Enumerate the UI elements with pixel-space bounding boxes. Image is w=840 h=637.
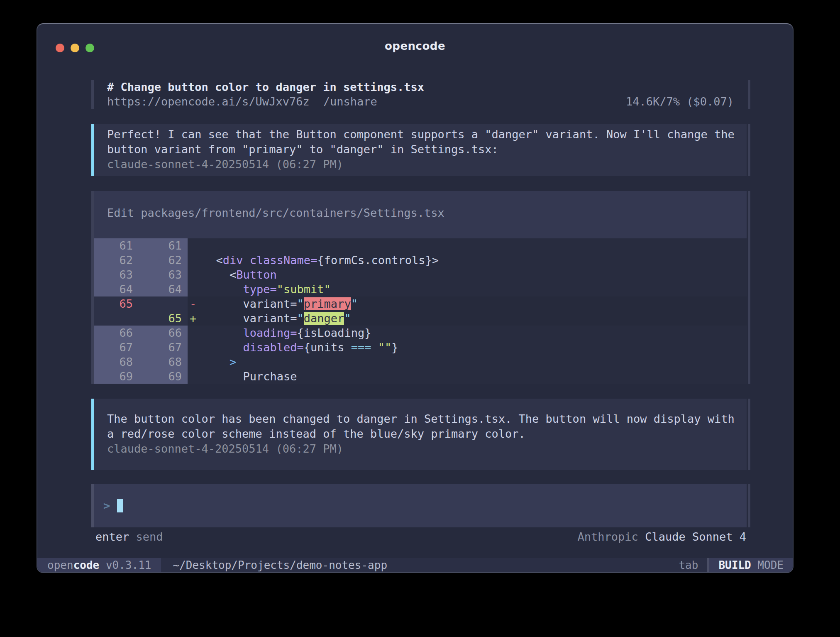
session-title: # Change button color to danger in setti… <box>107 80 424 94</box>
traffic-lights <box>56 44 94 52</box>
diff-change-marker: + <box>188 311 198 326</box>
diff-change-marker <box>188 369 198 384</box>
minimize-button-icon[interactable] <box>71 44 79 52</box>
diff-code-line: type="submit" <box>198 282 747 296</box>
app-name-open: open <box>47 559 73 571</box>
diff-new-line-number: 61 <box>139 238 188 253</box>
working-directory: ~/Desktop/Projects/demo-notes-app <box>173 558 387 572</box>
diff-new-line-number: 63 <box>139 267 188 282</box>
diff-view: 61616262 <div className={formCs.controls… <box>94 238 747 384</box>
diff-change-marker <box>188 267 198 282</box>
unshare-command[interactable]: /unshare <box>323 94 377 109</box>
diff-row: 65- variant="primary" <box>94 296 747 311</box>
diff-row: 6969 Purchase <box>94 369 747 384</box>
share-right-border <box>748 80 750 109</box>
message-text-line: The button color has been changed to dan… <box>107 412 734 426</box>
provider-label: Anthropic <box>578 530 638 543</box>
edit-right-border <box>748 191 750 384</box>
edit-file-path: Edit packages/frontend/src/containers/Se… <box>94 191 747 238</box>
prompt-symbol: > <box>103 499 110 512</box>
diff-code-line: variant="primary" <box>198 296 747 311</box>
diff-code-line: Purchase <box>198 369 747 384</box>
diff-old-line-number <box>94 311 139 326</box>
app-version: v0.3.11 <box>99 559 151 571</box>
share-header: # Change button color to danger in setti… <box>91 80 750 109</box>
diff-row: 6262 <div className={formCs.controls}> <box>94 253 747 267</box>
status-bar: opencode v0.3.11 ~/Desktop/Projects/demo… <box>37 558 793 572</box>
message-model-timestamp: claude-sonnet-4-20250514 (06:27 PM) <box>107 441 734 456</box>
tab-key-hint: tab <box>679 558 698 572</box>
message-right-border <box>748 399 750 470</box>
app-window: opencode # Change button color to danger… <box>37 23 794 573</box>
mode-toggle-chip[interactable]: BUILD MODE <box>709 558 793 572</box>
diff-old-line-number: 64 <box>94 282 139 296</box>
diff-new-line-number: 66 <box>139 326 188 340</box>
diff-new-line-number: 65 <box>139 311 188 326</box>
diff-change-marker <box>188 326 198 340</box>
mode-name: BUILD <box>718 559 751 571</box>
diff-change-marker: - <box>188 296 198 311</box>
hint-row: enter send Anthropic Claude Sonnet 4 <box>91 529 750 544</box>
diff-change-marker <box>188 340 198 355</box>
close-button-icon[interactable] <box>56 44 64 52</box>
diff-code-line <box>198 238 747 253</box>
token-cost-stats: 14.6K/7% ($0.07) <box>626 94 734 109</box>
diff-change-marker <box>188 238 198 253</box>
message-accent-bar <box>91 399 94 470</box>
send-hint-label: send <box>136 529 163 544</box>
diff-code-line: <div className={formCs.controls}> <box>198 253 747 267</box>
diff-new-line-number: 68 <box>139 355 188 369</box>
diff-row: 6767 disabled={units === ""} <box>94 340 747 355</box>
prompt-editor: > <box>91 484 750 527</box>
message-text-line: button variant from "primary" to "danger… <box>107 142 734 157</box>
diff-old-line-number: 65 <box>94 296 139 311</box>
diff-code-line: > <box>198 355 747 369</box>
message-text-line: Perfect! I can see that the Button compo… <box>107 127 734 142</box>
diff-code-line: disabled={units === ""} <box>198 340 747 355</box>
input-left-border <box>91 484 94 527</box>
diff-old-line-number: 61 <box>94 238 139 253</box>
message-text-line: a red/rose color scheme instead of the b… <box>107 426 734 441</box>
diff-old-line-number: 63 <box>94 267 139 282</box>
input-right-border <box>748 484 750 527</box>
diff-change-marker <box>188 253 198 267</box>
diff-row: 6363 <Button <box>94 267 747 282</box>
diff-change-marker <box>188 355 198 369</box>
diff-old-line-number: 68 <box>94 355 139 369</box>
diff-row: 6464 type="submit" <box>94 282 747 296</box>
model-label: Claude Sonnet 4 <box>645 530 746 543</box>
app-version-chip: opencode v0.3.11 <box>37 558 161 572</box>
prompt-input[interactable]: > <box>94 484 747 527</box>
diff-old-line-number: 67 <box>94 340 139 355</box>
diff-old-line-number: 69 <box>94 369 139 384</box>
assistant-message: Perfect! I can see that the Button compo… <box>91 124 750 176</box>
diff-row: 6666 loading={isLoading} <box>94 326 747 340</box>
assistant-message: The button color has been changed to dan… <box>91 399 750 470</box>
share-left-border <box>91 80 94 109</box>
mode-suffix: MODE <box>751 559 784 571</box>
diff-row: 65+ variant="danger" <box>94 311 747 326</box>
diff-new-line-number: 64 <box>139 282 188 296</box>
diff-new-line-number <box>139 296 188 311</box>
share-url-link[interactable]: https://opencode.ai/s/UwJxv76z <box>107 94 310 109</box>
session-content: # Change button color to danger in setti… <box>91 24 750 544</box>
diff-new-line-number: 69 <box>139 369 188 384</box>
text-cursor <box>117 499 123 512</box>
message-accent-bar <box>91 124 94 176</box>
diff-row: 6868 > <box>94 355 747 369</box>
enter-key-hint: enter <box>95 529 129 544</box>
message-model-timestamp: claude-sonnet-4-20250514 (06:27 PM) <box>107 157 734 172</box>
diff-row: 6161 <box>94 238 747 253</box>
diff-code-line: loading={isLoading} <box>198 326 747 340</box>
diff-change-marker <box>188 282 198 296</box>
diff-old-line-number: 62 <box>94 253 139 267</box>
diff-new-line-number: 62 <box>139 253 188 267</box>
diff-code-line: variant="danger" <box>198 311 747 326</box>
diff-new-line-number: 67 <box>139 340 188 355</box>
message-right-border <box>748 124 750 176</box>
app-name-code: code <box>73 559 100 571</box>
diff-old-line-number: 66 <box>94 326 139 340</box>
edit-left-border <box>91 191 94 384</box>
edit-tool-block: Edit packages/frontend/src/containers/Se… <box>91 191 750 384</box>
diff-code-line: <Button <box>198 267 747 282</box>
